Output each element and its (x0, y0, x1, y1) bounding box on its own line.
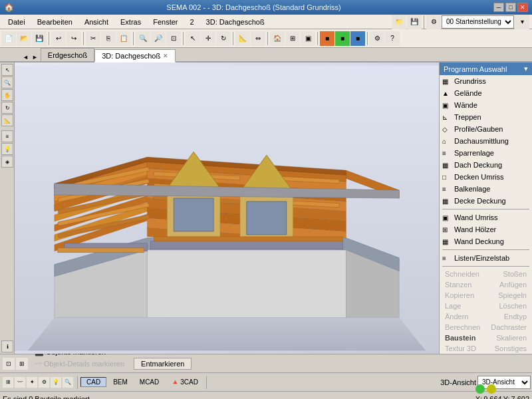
menu-fenster[interactable]: Fenster (148, 17, 183, 27)
rp-dachraster[interactable]: Dachraster (487, 322, 531, 332)
rp-gelande[interactable]: ▲ Gelände (440, 87, 532, 99)
cad-btn-3cad[interactable]: 🔺 3CAD (166, 378, 203, 386)
tb-icon-2[interactable]: 💾 (407, 15, 422, 29)
rp-baustein[interactable]: Baustein (441, 332, 479, 343)
cad-small-4[interactable]: ⚙ (39, 377, 49, 388)
menu-bearbeiten[interactable]: Bearbeiten (32, 17, 78, 27)
rp-listen[interactable]: ≡ Listen/Einzelstab (440, 252, 532, 264)
cad-small-3[interactable]: ✦ (27, 377, 37, 388)
rp-wand-umriss[interactable]: ▣ Wand Umriss (440, 211, 532, 223)
bt-icon-1[interactable]: ⊡ (3, 358, 15, 370)
cad-btn-cad[interactable]: CAD (80, 377, 106, 387)
lt-rotate[interactable]: ↻ (1, 102, 13, 114)
rp-dachausmittlung[interactable]: ⌂ Dachausmittlung (440, 135, 532, 147)
tab-next[interactable]: ► (31, 53, 39, 61)
rp-wand-deckung[interactable]: ▦ Wand Deckung (440, 235, 532, 247)
tb-redo[interactable]: ↪ (66, 31, 81, 46)
unmark-button[interactable]: Entmarkieren (134, 358, 192, 370)
tb-dropdown[interactable]: ▾ (515, 15, 529, 29)
cad-btn-mcad[interactable]: MCAD (134, 378, 164, 386)
tb-icon-3[interactable]: ⚙ (426, 15, 441, 29)
rp-dachdeckung[interactable]: ▦ Dach Deckung (440, 159, 532, 171)
rp-endtyp[interactable]: Endtyp (500, 311, 531, 322)
tb-zoom-in[interactable]: 🔍 (136, 31, 150, 46)
rp-loschen[interactable]: Löschen (495, 301, 531, 311)
menu-2[interactable]: 2 (184, 17, 199, 27)
rp-profile[interactable]: ◇ Profile/Gauben (440, 123, 532, 135)
menu-3d[interactable]: 3D: Dachgeschoß (201, 17, 270, 27)
rp-textur3d[interactable]: Textur 3D (441, 343, 480, 354)
menu-datei[interactable]: Datei (3, 17, 31, 27)
bt-icon-2[interactable]: ⊞ (16, 358, 28, 370)
rp-treppen[interactable]: ⊾ Treppen (440, 111, 532, 123)
rp-kopieren[interactable]: Kopieren (441, 290, 478, 301)
cad-small-5[interactable]: 💡 (51, 377, 61, 388)
tb-color2[interactable]: ■ (335, 31, 350, 46)
lt-light[interactable]: 💡 (1, 143, 13, 155)
tab-dachgeschoss[interactable]: 3D: Dachgeschoß ✕ (94, 49, 176, 63)
rp-stanzen[interactable]: Stanzen (441, 279, 475, 290)
tab-erdgeschoss[interactable]: Erdgeschoß (41, 48, 94, 61)
tb-icon-1[interactable]: 📁 (392, 15, 406, 29)
tb-dim[interactable]: ⇔ (251, 31, 265, 46)
tb-color3[interactable]: ■ (350, 31, 365, 46)
rp-decke-deckung[interactable]: ▦ Decke Deckung (440, 195, 532, 207)
tb-view-top[interactable]: ⊞ (285, 31, 300, 46)
cad-small-6[interactable]: 🔍 (63, 377, 73, 388)
mark-details-btn[interactable]: 〰 Objekt-Details markieren (32, 358, 127, 369)
cad-small-1[interactable]: ⊞ (3, 377, 13, 388)
cad-small-2[interactable]: 〰 (15, 377, 25, 388)
rp-sonstiges[interactable]: Sonstiges (491, 343, 531, 354)
preset-select[interactable]: 00 Starteinstellung (442, 15, 514, 29)
rp-wand-holzer[interactable]: ⊞ Wand Hölzer (440, 223, 532, 235)
lt-zoom[interactable]: 🔍 (1, 76, 13, 88)
viewport-3d[interactable] (15, 63, 439, 354)
tb-zoom-fit[interactable]: ⊡ (166, 31, 181, 46)
close-button[interactable]: ✕ (517, 3, 528, 12)
tb-color1[interactable]: ■ (320, 31, 334, 46)
tb-select[interactable]: ↖ (186, 31, 200, 46)
right-panel-dropdown[interactable]: ▾ (524, 65, 528, 73)
lt-measure[interactable]: 📐 (1, 114, 13, 126)
lt-select[interactable]: ↖ (1, 64, 13, 76)
menu-ansicht[interactable]: Ansicht (79, 17, 114, 27)
tb-copy[interactable]: ⎘ (101, 31, 116, 46)
tb-help[interactable]: ? (385, 31, 400, 46)
tb-save[interactable]: 💾 (32, 31, 47, 46)
tb-move[interactable]: ✛ (201, 31, 215, 46)
lt-info[interactable]: ℹ (1, 340, 13, 352)
tb-settings[interactable]: ⚙ (370, 31, 384, 46)
tb-view3d[interactable]: 🏠 (270, 31, 285, 46)
tb-new[interactable]: 📄 (1, 31, 16, 46)
tb-rotate[interactable]: ↻ (216, 31, 231, 46)
rp-andern[interactable]: Ändern (441, 311, 472, 322)
rp-sparrenlage[interactable]: ≡ Sparrenlage (440, 147, 532, 159)
minimize-button[interactable]: ─ (493, 3, 504, 12)
maximize-button[interactable]: □ (505, 3, 516, 12)
rp-berechnen[interactable]: Berechnen (441, 322, 484, 332)
lt-layer[interactable]: ≡ (1, 130, 13, 142)
tb-measure[interactable]: 📐 (235, 31, 250, 46)
tb-cut[interactable]: ✂ (86, 31, 100, 46)
tb-zoom-out[interactable]: 🔎 (151, 31, 166, 46)
tb-open[interactable]: 📂 (17, 31, 31, 46)
tb-view-front[interactable]: ▣ (301, 31, 315, 46)
rp-balkenlage[interactable]: ≡ Balkenlage (440, 183, 532, 195)
tb-paste[interactable]: 📋 (116, 31, 131, 46)
rp-schneiden[interactable]: Schneiden (441, 269, 483, 279)
rp-skalieren[interactable]: Skalieren (492, 332, 531, 343)
menu-extras[interactable]: Extras (115, 17, 146, 27)
rp-grundriss[interactable]: ▦ Grundriss (440, 75, 532, 87)
cad-btn-bem[interactable]: BEM (108, 378, 133, 386)
lt-pan[interactable]: ✋ (1, 89, 13, 101)
lt-render[interactable]: ◈ (1, 156, 13, 168)
tab-close-icon[interactable]: ✕ (163, 53, 168, 59)
tb-undo[interactable]: ↩ (51, 31, 66, 46)
rp-lage[interactable]: Lage (441, 301, 465, 311)
tab-prev[interactable]: ◄ (21, 53, 30, 61)
rp-stossen[interactable]: Stoßen (499, 269, 531, 279)
rp-anfugen[interactable]: Anfügen (495, 279, 531, 290)
rp-spiegeln[interactable]: Spiegeln (494, 290, 531, 301)
rp-decken-umriss[interactable]: □ Decken Umriss (440, 171, 532, 183)
rp-wande[interactable]: ▣ Wände (440, 99, 532, 111)
